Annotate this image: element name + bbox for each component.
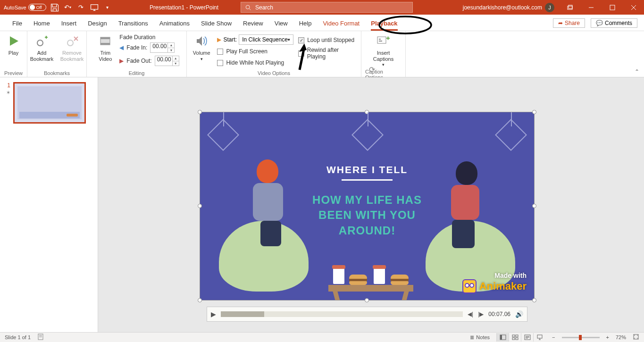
group-preview: Preview [4, 69, 23, 76]
qat-customize-icon[interactable]: ▾ [103, 3, 112, 12]
fit-to-window-icon[interactable] [633, 334, 639, 341]
fade-duration-label: Fade Duration [119, 34, 179, 41]
document-title: Presentation1 - PowerPoint [150, 0, 218, 15]
volume-button[interactable]: Volume ▾ [191, 33, 212, 68]
trim-video-icon [98, 34, 113, 48]
slide-sorter-icon[interactable] [509, 333, 521, 342]
slideshow-view-icon[interactable] [533, 333, 545, 342]
person-right-body [451, 185, 479, 220]
save-icon[interactable] [50, 3, 59, 12]
search-icon [245, 4, 251, 11]
trim-video-button[interactable]: Trim Video [94, 33, 117, 68]
share-icon: ➦ [558, 20, 563, 26]
tab-help[interactable]: Help [293, 20, 318, 31]
search-box[interactable] [241, 2, 413, 13]
tab-view[interactable]: View [269, 20, 293, 31]
start-play-icon: ▶ [217, 36, 221, 43]
slide-number: 1 [5, 82, 10, 89]
share-button[interactable]: ➦Share [553, 18, 585, 28]
zoom-slider[interactable] [562, 337, 600, 338]
svg-rect-10 [100, 43, 110, 45]
svg-rect-0 [91, 4, 98, 9]
rewind-after-playing-checkbox[interactable]: Rewind after Playing [298, 48, 357, 58]
ribbon: Play Preview Add Bookmark Remove Bookmar… [0, 31, 644, 77]
person-left-legs [260, 221, 281, 246]
play-full-screen-checkbox[interactable]: Play Full Screen [217, 46, 293, 57]
slide-canvas[interactable]: ⟳ WHERE I TELL HOW MY LIFE HAS BEEN W [98, 77, 644, 332]
close-icon[interactable] [623, 0, 644, 15]
comments-button[interactable]: 💬Comments [591, 18, 637, 28]
spinner-icon[interactable]: ▲▼ [167, 43, 174, 52]
cup-icon [374, 268, 385, 284]
maximize-icon[interactable] [602, 0, 623, 15]
volume-icon[interactable]: 🔊 [515, 310, 523, 318]
present-from-beginning-icon[interactable] [90, 3, 99, 12]
rotation-handle-icon[interactable]: ⟳ [369, 65, 375, 74]
chevron-down-icon: ▾ [288, 37, 290, 42]
tab-video-format[interactable]: Video Format [317, 20, 365, 31]
start-label: Start: [223, 36, 237, 43]
loop-until-stopped-checkbox[interactable]: ✓Loop until Stopped [298, 35, 357, 45]
tab-insert[interactable]: Insert [56, 20, 83, 31]
spinner-icon[interactable]: ▲▼ [172, 56, 179, 66]
reading-view-icon[interactable] [521, 333, 533, 342]
workspace: 1 ✶ ⟳ [0, 77, 644, 332]
slide-thumbnails-panel[interactable]: 1 ✶ [0, 77, 98, 332]
start-dropdown[interactable]: In Click Sequence▾ [239, 34, 293, 45]
svg-rect-20 [537, 335, 542, 338]
video-subtitle: HOW MY LIFE HAS BEEN WITH YOU AROUND! [299, 192, 435, 238]
toggle-off-icon[interactable]: Off [28, 4, 46, 11]
timecode: 00:07.06 [488, 311, 510, 317]
play-button[interactable]: Play [0, 33, 27, 68]
step-fwd-icon[interactable]: |▶ [478, 311, 484, 317]
play-icon [6, 34, 21, 48]
tab-file[interactable]: File [7, 20, 28, 31]
tab-design[interactable]: Design [82, 20, 112, 31]
autosave-toggle[interactable]: AutoSave Off [4, 4, 46, 11]
accessibility-icon[interactable] [37, 334, 44, 341]
hide-not-playing-checkbox[interactable]: Hide While Not Playing [217, 58, 293, 68]
video-progress[interactable] [221, 311, 463, 317]
user-email[interactable]: joesundarkishore@outlook.com [463, 4, 542, 11]
group-video-options: Video Options [258, 69, 290, 76]
thumbnail-row[interactable]: 1 ✶ [5, 82, 93, 124]
svg-rect-17 [512, 338, 515, 340]
minimize-icon[interactable] [580, 0, 602, 15]
notes-button[interactable]: ≣Notes [470, 334, 490, 341]
mascot-icon [462, 279, 477, 293]
chevron-down-icon: ▾ [382, 62, 385, 67]
zoom-level[interactable]: 72% [616, 334, 626, 340]
comment-icon: 💬 [596, 20, 603, 26]
collapse-ribbon-icon[interactable]: ⌃ [635, 68, 639, 75]
search-input[interactable] [255, 4, 409, 11]
insert-captions-button[interactable]: Insert Captions▾ [368, 33, 399, 68]
fade-out-input[interactable]: 00.00▲▼ [155, 56, 179, 66]
slide-thumbnail[interactable] [13, 82, 86, 124]
chevron-down-icon: ▾ [201, 57, 203, 61]
ribbon-display-options-icon[interactable] [559, 0, 580, 15]
fade-in-input[interactable]: 00.00▲▼ [150, 42, 175, 53]
add-bookmark-button[interactable]: Add Bookmark [28, 33, 56, 68]
titlebar-right: joesundarkishore@outlook.com J [463, 0, 644, 15]
video-object[interactable]: WHERE I TELL HOW MY LIFE HAS BEEN WITH Y… [200, 112, 535, 300]
lamp-icon [351, 112, 384, 159]
tab-transitions[interactable]: Transitions [113, 20, 154, 31]
normal-view-icon[interactable] [496, 333, 509, 342]
tab-home[interactable]: Home [28, 20, 56, 31]
remove-bookmark-button: Remove Bookmark [59, 33, 86, 68]
zoom-in-icon[interactable]: + [606, 334, 609, 340]
user-avatar[interactable]: J [545, 3, 554, 12]
svg-rect-3 [569, 5, 572, 8]
zoom-out-icon[interactable]: − [552, 334, 555, 340]
redo-icon[interactable]: ↷ [76, 3, 86, 12]
tab-review[interactable]: Review [237, 20, 269, 31]
video-title: WHERE I TELL [200, 164, 534, 175]
table-icon [328, 285, 413, 292]
play-icon[interactable]: ▶ [211, 310, 216, 318]
tab-slideshow[interactable]: Slide Show [195, 20, 237, 31]
watermark: Made with Animaker [462, 272, 527, 293]
step-back-icon[interactable]: ◀| [468, 311, 473, 317]
undo-icon[interactable]: ↶▾ [63, 3, 73, 12]
tab-animations[interactable]: Animations [154, 20, 195, 31]
svg-point-7 [67, 40, 73, 46]
